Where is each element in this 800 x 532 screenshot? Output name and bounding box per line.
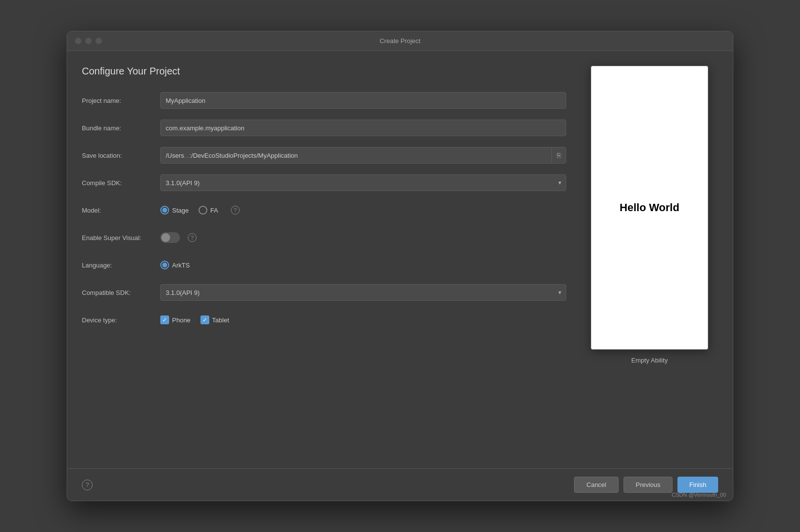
- super-visual-toggle-wrapper: ?: [160, 232, 197, 243]
- save-location-row: Save location: /Users ... :/DevEcoStudio…: [82, 146, 566, 164]
- language-radio-group: ArkTS: [160, 261, 190, 269]
- project-name-row: Project name:: [82, 92, 566, 109]
- bundle-name-input[interactable]: [160, 120, 566, 136]
- cancel-button[interactable]: Cancel: [574, 477, 618, 493]
- minimize-button[interactable]: [85, 38, 92, 44]
- model-stage-label: Stage: [172, 207, 189, 214]
- device-type-row: Device type: ✓ Phone ✓ Tablet: [82, 311, 566, 329]
- device-phone-item[interactable]: ✓ Phone: [160, 315, 191, 324]
- super-visual-row: Enable Super Visual: ?: [82, 229, 566, 246]
- watermark: CSDN @Vermouth_00: [672, 492, 726, 498]
- device-type-label: Device type:: [82, 316, 160, 324]
- project-name-label: Project name:: [82, 97, 160, 104]
- form-section: Configure Your Project Project name: Bun…: [82, 66, 566, 460]
- model-stage-radio[interactable]: [160, 206, 169, 215]
- model-help-icon[interactable]: ?: [231, 206, 240, 215]
- compile-sdk-row: Compile SDK: 3.1.0(API 9) ▾: [82, 174, 566, 192]
- titlebar: Create Project: [67, 31, 733, 51]
- footer-help-icon[interactable]: ?: [82, 480, 93, 490]
- toggle-knob: [161, 233, 170, 242]
- super-visual-help-icon[interactable]: ?: [188, 233, 197, 242]
- model-stage-option[interactable]: Stage: [160, 206, 189, 215]
- model-fa-label: FA: [210, 207, 218, 214]
- previous-button[interactable]: Previous: [624, 477, 673, 493]
- bundle-name-row: Bundle name:: [82, 119, 566, 137]
- language-arkts-option[interactable]: ArkTS: [160, 261, 190, 269]
- save-location-label: Save location:: [82, 152, 160, 159]
- finish-button[interactable]: Finish: [677, 477, 718, 493]
- compatible-sdk-row: Compatible SDK: 3.1.0(API 9) ▾: [82, 284, 566, 301]
- model-fa-radio[interactable]: [199, 206, 207, 215]
- compile-sdk-select[interactable]: 3.1.0(API 9): [160, 174, 566, 191]
- browse-button[interactable]: ⎘: [551, 147, 566, 163]
- footer-left: ?: [82, 480, 93, 490]
- preview-frame: Hello World: [591, 66, 708, 350]
- compatible-sdk-select[interactable]: 3.1.0(API 9): [160, 284, 566, 301]
- create-project-window: Create Project Configure Your Project Pr…: [67, 31, 733, 501]
- content-area: Configure Your Project Project name: Bun…: [67, 51, 733, 460]
- device-tablet-checkbox[interactable]: ✓: [200, 315, 209, 324]
- bundle-name-label: Bundle name:: [82, 124, 160, 132]
- close-button[interactable]: [75, 38, 81, 44]
- super-visual-toggle[interactable]: [160, 232, 180, 243]
- save-location-prefix: /Users: [161, 152, 184, 159]
- preview-template-name: Empty Ability: [631, 357, 668, 364]
- model-radio-group: Stage FA ?: [160, 206, 240, 215]
- traffic-lights: [75, 38, 102, 44]
- language-label: Language:: [82, 262, 160, 269]
- folder-icon: ⎘: [557, 151, 561, 159]
- language-arkts-radio-dot: [162, 263, 167, 267]
- save-location-wrapper: /Users ... :/DevEcoStudioProjects/MyAppl…: [160, 147, 566, 164]
- project-name-input[interactable]: [160, 92, 566, 109]
- save-location-suffix: :/DevEcoStudioProjects/MyApplication: [189, 152, 551, 159]
- footer: ? Cancel Previous Finish: [67, 468, 733, 501]
- model-fa-option[interactable]: FA: [199, 206, 218, 215]
- page-title: Configure Your Project: [82, 66, 566, 77]
- save-location-ellipsis: ...: [184, 152, 190, 159]
- model-row: Model: Stage FA ?: [82, 201, 566, 219]
- compatible-sdk-select-wrapper: 3.1.0(API 9) ▾: [160, 284, 566, 301]
- super-visual-label: Enable Super Visual:: [82, 234, 160, 242]
- device-tablet-label: Tablet: [212, 316, 229, 324]
- preview-section: Hello World Empty Ability: [581, 66, 718, 460]
- model-label: Model:: [82, 207, 160, 214]
- model-stage-radio-dot: [162, 208, 167, 213]
- window-title: Create Project: [379, 37, 420, 45]
- language-arkts-label: ArkTS: [172, 262, 190, 269]
- device-tablet-item[interactable]: ✓ Tablet: [200, 315, 229, 324]
- footer-buttons: Cancel Previous Finish: [574, 477, 718, 493]
- compile-sdk-select-wrapper: 3.1.0(API 9) ▾: [160, 174, 566, 191]
- device-type-checkbox-group: ✓ Phone ✓ Tablet: [160, 315, 229, 324]
- compatible-sdk-label: Compatible SDK:: [82, 289, 160, 296]
- maximize-button[interactable]: [96, 38, 102, 44]
- preview-hello-world: Hello World: [620, 201, 679, 214]
- device-phone-label: Phone: [172, 316, 191, 324]
- compile-sdk-label: Compile SDK:: [82, 179, 160, 187]
- language-row: Language: ArkTS: [82, 256, 566, 274]
- language-arkts-radio[interactable]: [160, 261, 169, 269]
- device-phone-checkbox[interactable]: ✓: [160, 315, 169, 324]
